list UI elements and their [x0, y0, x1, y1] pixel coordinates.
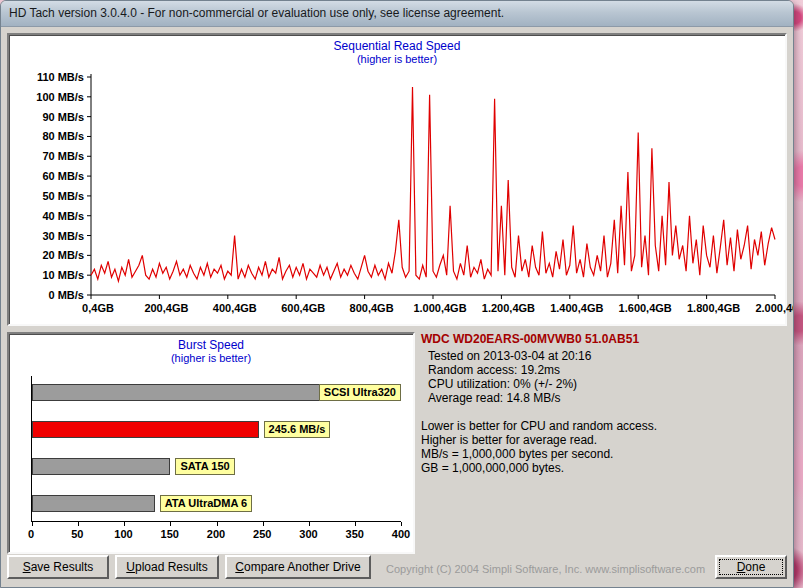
upload-results-button[interactable]: Upload Results [115, 555, 219, 579]
burst-axis-tick [263, 522, 264, 526]
svg-text:1.800,4GB: 1.800,4GB [687, 302, 740, 314]
window-title: HD Tach version 3.0.4.0 - For non-commer… [9, 6, 504, 20]
save-results-button[interactable]: Save Results [7, 555, 109, 579]
svg-text:100 MB/s: 100 MB/s [36, 91, 84, 103]
average-read-line: Average read: 14.8 MB/s [421, 391, 789, 405]
copyright-text: Copyright (C) 2004 Simpli Software, Inc.… [386, 563, 696, 575]
svg-text:1.400,4GB: 1.400,4GB [550, 302, 603, 314]
burst-axis-tick [124, 522, 125, 526]
burst-axis-tick [355, 522, 356, 526]
button-row: Save Results Upload Results Compare Anot… [1, 555, 793, 588]
drive-name: WDC WD20EARS-00MVWB0 51.0AB51 [421, 332, 789, 346]
burst-axis-label: 100 [114, 528, 132, 540]
burst-axis-tick [217, 522, 218, 526]
titlebar[interactable]: HD Tach version 3.0.4.0 - For non-commer… [1, 1, 793, 27]
note-lower-better: Lower is better for CPU and random acces… [421, 419, 789, 433]
svg-text:60 MB/s: 60 MB/s [42, 170, 84, 182]
svg-text:80 MB/s: 80 MB/s [42, 130, 84, 142]
burst-bar-label: 245.6 MB/s [264, 421, 331, 438]
svg-text:10 MB/s: 10 MB/s [42, 269, 84, 281]
sequential-read-panel: Sequential Read Speed (higher is better)… [7, 33, 787, 326]
burst-axis-label: 400 [392, 528, 410, 540]
random-access-line: Random access: 19.2ms [421, 363, 789, 377]
burst-speed-panel: Burst Speed (higher is better) SCSI Ultr… [7, 332, 415, 554]
burst-bar-label: SATA 150 [175, 458, 234, 475]
burst-bar [32, 495, 155, 512]
burst-axis-label: 350 [346, 528, 364, 540]
svg-text:30 MB/s: 30 MB/s [42, 230, 84, 242]
burst-axis-tick [78, 522, 79, 526]
burst-chart-title: Burst Speed [9, 338, 413, 352]
note-mbs-definition: MB/s = 1,000,000 bytes per second. [421, 447, 789, 461]
compare-another-drive-button[interactable]: Compare Another Drive [225, 555, 371, 579]
svg-text:20 MB/s: 20 MB/s [42, 249, 84, 261]
hdtach-window: HD Tach version 3.0.4.0 - For non-commer… [0, 0, 794, 588]
svg-text:1.600,4GB: 1.600,4GB [619, 302, 672, 314]
burst-axis-label: 0 [28, 528, 34, 540]
svg-text:200,4GB: 200,4GB [144, 302, 188, 314]
burst-axis-tick [401, 522, 402, 526]
burst-axis-tick [309, 522, 310, 526]
burst-speed-plot: SCSI Ultra320245.6 MB/sSATA 150ATA Ultra… [31, 376, 401, 522]
svg-text:50 MB/s: 50 MB/s [42, 190, 84, 202]
svg-text:0 MB/s: 0 MB/s [49, 289, 84, 301]
burst-bar [32, 421, 259, 438]
svg-text:40 MB/s: 40 MB/s [42, 210, 84, 222]
svg-text:600,4GB: 600,4GB [281, 302, 325, 314]
svg-text:110 MB/s: 110 MB/s [37, 71, 84, 83]
burst-axis-tick [170, 522, 171, 526]
note-gb-definition: GB = 1,000,000,000 bytes. [421, 461, 789, 475]
burst-axis-labels: 050100150200250300350400 [31, 528, 401, 544]
svg-text:1.200,4GB: 1.200,4GB [482, 302, 535, 314]
burst-axis-label: 150 [161, 528, 179, 540]
seq-chart-title: Sequential Read Speed [9, 39, 785, 53]
burst-bar-label: SCSI Ultra320 [319, 384, 401, 401]
burst-axis-label: 300 [299, 528, 317, 540]
drive-info-panel: WDC WD20EARS-00MVWB0 51.0AB51 Tested on … [421, 332, 789, 558]
svg-text:2.000,4GB: 2.000,4GB [755, 302, 794, 314]
burst-axis-label: 250 [253, 528, 271, 540]
svg-text:0,4GB: 0,4GB [82, 302, 114, 314]
burst-bar-label: ATA UltraDMA 6 [160, 495, 253, 512]
burst-chart-subtitle: (higher is better) [9, 352, 413, 364]
burst-bar [32, 384, 327, 401]
burst-bar [32, 458, 170, 475]
sequential-read-chart: 0 MB/s10 MB/s20 MB/s30 MB/s40 MB/s50 MB/… [11, 71, 783, 323]
burst-axis-tick [32, 522, 33, 526]
client-area: Sequential Read Speed (higher is better)… [1, 27, 793, 587]
cpu-utilization-line: CPU utilization: 0% (+/- 2%) [421, 377, 789, 391]
svg-text:800,4GB: 800,4GB [350, 302, 394, 314]
done-button[interactable]: Done [715, 555, 787, 579]
svg-text:70 MB/s: 70 MB/s [42, 150, 84, 162]
burst-axis-label: 50 [71, 528, 83, 540]
svg-text:90 MB/s: 90 MB/s [42, 111, 84, 123]
burst-axis-label: 200 [207, 528, 225, 540]
note-higher-better: Higher is better for average read. [421, 433, 789, 447]
svg-text:400,4GB: 400,4GB [213, 302, 257, 314]
tested-on-line: Tested on 2013-03-04 at 20:16 [421, 349, 789, 363]
svg-text:1.000,4GB: 1.000,4GB [413, 302, 466, 314]
seq-chart-subtitle: (higher is better) [9, 53, 785, 65]
